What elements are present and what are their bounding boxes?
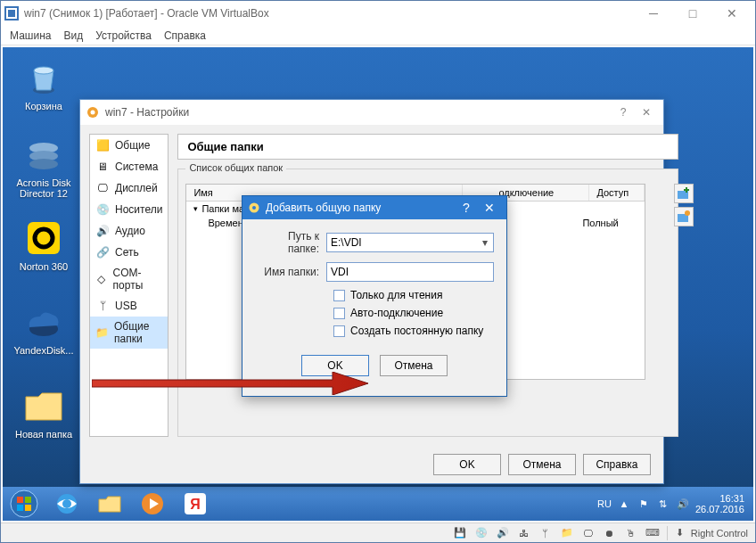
- nav-audio[interactable]: 🔊Аудио: [90, 220, 168, 242]
- svg-point-7: [29, 159, 58, 169]
- status-audio-icon[interactable]: 🔊: [496, 526, 510, 540]
- tray-network-icon[interactable]: ⇅: [656, 497, 670, 511]
- col-access[interactable]: Доступ: [589, 185, 645, 201]
- menu-help[interactable]: Справка: [164, 29, 206, 42]
- group-legend: Список общих папок: [185, 162, 286, 173]
- svg-rect-2: [8, 10, 15, 17]
- status-recording-icon[interactable]: ⏺: [603, 526, 617, 540]
- desktop-icon-acronis[interactable]: Acronis Disk Director 12: [12, 133, 76, 199]
- name-label: Имя папки:: [255, 266, 326, 278]
- nav-general[interactable]: 🟨Общие: [90, 135, 168, 156]
- maximize-button[interactable]: □: [673, 1, 712, 26]
- add-folder-button[interactable]: [674, 184, 694, 203]
- desktop-icon-label: Корзина: [12, 101, 76, 111]
- tray-flag-icon[interactable]: ▲: [617, 497, 631, 511]
- status-keyboard-icon[interactable]: ⌨: [645, 526, 660, 540]
- desktop-icon-label: Acronis Disk Director 12: [12, 177, 76, 199]
- status-cd-icon[interactable]: 💿: [474, 526, 489, 540]
- svg-rect-12: [17, 497, 23, 503]
- outer-titlebar[interactable]: win7 (Снимок 1) [Работает] - Oracle VM V…: [1, 1, 755, 26]
- svg-point-17: [62, 499, 71, 508]
- gear-icon: [248, 202, 260, 214]
- readonly-checkbox[interactable]: Только для чтения: [333, 289, 494, 301]
- status-mouse-icon[interactable]: 🖱: [624, 526, 638, 540]
- nav-com-ports[interactable]: ◇COM-порты: [90, 263, 168, 295]
- settings-cancel-button[interactable]: Отмена: [508, 454, 576, 475]
- name-input[interactable]: [326, 262, 494, 282]
- taskbar-explorer[interactable]: [88, 489, 131, 519]
- settings-ok-button[interactable]: OK: [433, 454, 501, 475]
- permanent-checkbox[interactable]: Создать постоянную папку: [333, 325, 494, 337]
- nav-system[interactable]: 🖥Система: [90, 156, 168, 177]
- svg-point-4: [34, 67, 53, 74]
- lang-indicator[interactable]: RU: [597, 498, 612, 509]
- add-help-button[interactable]: ?: [455, 201, 478, 215]
- virtualbox-statusbar: 💾 💿 🔊 🖧 ᛘ 📁 🖵 ⏺ 🖱 ⌨ ⬇ Right Control: [1, 522, 755, 542]
- svg-point-11: [11, 490, 37, 517]
- status-shared-folders-icon[interactable]: 📁: [560, 526, 574, 540]
- svg-point-28: [685, 210, 690, 216]
- path-select[interactable]: E:\VDI: [326, 233, 494, 252]
- minimize-button[interactable]: ─: [634, 1, 673, 26]
- add-title-text: Добавить общую папку: [266, 202, 381, 214]
- start-button[interactable]: [3, 487, 45, 521]
- svg-rect-26: [684, 189, 689, 191]
- close-button[interactable]: ✕: [712, 1, 752, 26]
- desktop-icon-label: Norton 360: [12, 261, 76, 272]
- desktop-icon-recycle-bin[interactable]: Корзина: [12, 56, 76, 111]
- desktop-icon-label: YandexDisk...: [12, 345, 76, 356]
- host-key-icon: ⬇: [673, 526, 687, 540]
- virtualbox-icon: [4, 6, 19, 21]
- guest-taskbar: Я RU ▲ ⚑ ⇅ 🔊 16:31 26.07.2016: [3, 487, 753, 521]
- svg-rect-15: [25, 505, 31, 511]
- add-ok-button[interactable]: OK: [301, 355, 369, 376]
- guest-desktop: Корзина Acronis Disk Director 12 Norton …: [3, 47, 753, 521]
- path-label: Путь к папке:: [255, 230, 326, 255]
- desktop-icon-yandexdisk[interactable]: YandexDisk...: [12, 300, 76, 356]
- taskbar-ie[interactable]: [45, 489, 88, 519]
- taskbar-wmp[interactable]: [131, 489, 174, 519]
- settings-heading: Общие папки: [177, 134, 678, 160]
- add-cancel-button[interactable]: Отмена: [380, 355, 448, 376]
- status-usb-icon[interactable]: ᛘ: [538, 526, 553, 540]
- nav-storage[interactable]: 💿Носители: [90, 199, 168, 220]
- status-hdd-icon[interactable]: 💾: [453, 526, 467, 540]
- svg-point-30: [252, 206, 256, 210]
- settings-nav: 🟨Общие 🖥Система 🖵Дисплей 💿Носители 🔊Ауди…: [89, 134, 168, 437]
- gear-icon: [86, 105, 100, 119]
- nav-usb[interactable]: ᛘUSB: [90, 295, 168, 317]
- svg-text:Я: Я: [190, 497, 201, 512]
- table-side-buttons: [674, 184, 695, 226]
- outer-menubar: Машина Вид Устройства Справка: [1, 26, 755, 45]
- close-button[interactable]: ✕: [635, 106, 658, 119]
- add-close-button[interactable]: ✕: [478, 201, 501, 215]
- svg-point-23: [91, 111, 95, 115]
- menu-devices[interactable]: Устройства: [95, 29, 152, 42]
- nav-display[interactable]: 🖵Дисплей: [90, 177, 168, 199]
- status-network-icon[interactable]: 🖧: [517, 526, 531, 540]
- menu-view[interactable]: Вид: [63, 29, 83, 42]
- help-button[interactable]: ?: [612, 106, 635, 119]
- settings-help-button[interactable]: Справка: [583, 454, 651, 475]
- desktop-icon-new-folder[interactable]: Новая папка: [12, 384, 76, 440]
- edit-folder-button[interactable]: [674, 207, 694, 226]
- tray-volume-icon[interactable]: 🔊: [676, 497, 690, 511]
- settings-titlebar[interactable]: win7 - Настройки ? ✕: [80, 100, 663, 125]
- settings-footer: OK Отмена Справка: [80, 446, 663, 483]
- tray-action-center-icon[interactable]: ⚑: [637, 497, 651, 511]
- menu-machine[interactable]: Машина: [10, 29, 51, 42]
- svg-rect-13: [25, 497, 31, 503]
- add-share-dialog: Добавить общую папку ? ✕ Путь к папке: E…: [242, 195, 507, 397]
- desktop-icon-label: Новая папка: [12, 429, 76, 440]
- outer-title: win7 (Снимок 1) [Работает] - Oracle VM V…: [24, 7, 634, 20]
- nav-network[interactable]: 🔗Сеть: [90, 242, 168, 263]
- add-titlebar[interactable]: Добавить общую папку ? ✕: [242, 196, 506, 219]
- automount-checkbox[interactable]: Авто-подключение: [333, 307, 494, 319]
- virtualbox-window: win7 (Снимок 1) [Работает] - Oracle VM V…: [0, 0, 756, 543]
- tray-clock[interactable]: 16:31 26.07.2016: [695, 493, 748, 514]
- system-tray: RU ▲ ⚑ ⇅ 🔊 16:31 26.07.2016: [592, 487, 753, 521]
- desktop-icon-norton[interactable]: Norton 360: [12, 217, 76, 272]
- taskbar-yandex[interactable]: Я: [174, 489, 217, 519]
- status-display-icon[interactable]: 🖵: [581, 526, 596, 540]
- nav-shared-folders[interactable]: 📁Общие папки: [90, 317, 168, 349]
